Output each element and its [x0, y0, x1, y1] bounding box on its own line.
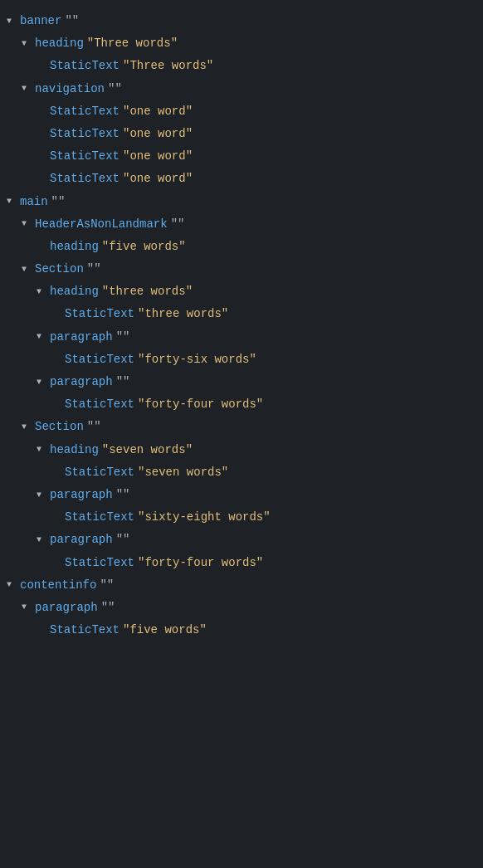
tree-row-section1-para1-static: ▶StaticText "forty-six words": [7, 349, 476, 371]
tree-row-section1-heading[interactable]: heading "three words": [7, 280, 476, 303]
tree-row-section-1[interactable]: Section "": [7, 258, 476, 280]
node-type-label: paragraph: [50, 485, 113, 505]
node-type-label: main: [20, 192, 48, 212]
toggle-arrow: ▶: [51, 397, 65, 412]
toggle-arrow[interactable]: [22, 600, 35, 615]
node-type-label: StaticText: [65, 507, 134, 528]
node-value-label: "": [108, 79, 122, 100]
tree-row-header-heading: ▶heading "five words": [7, 236, 476, 258]
node-value-label: "one word": [123, 168, 193, 189]
toggle-arrow[interactable]: [37, 329, 50, 344]
node-type-label: StaticText: [50, 101, 120, 122]
node-type-label: StaticText: [65, 462, 134, 483]
toggle-arrow[interactable]: [22, 81, 35, 96]
node-type-label: StaticText: [50, 146, 120, 167]
tree-row-contentinfo-para[interactable]: paragraph "": [7, 597, 476, 619]
node-value-label: "": [87, 417, 101, 437]
node-type-label: heading: [50, 281, 99, 302]
node-value-label: "one word": [123, 101, 193, 122]
toggle-arrow[interactable]: [37, 488, 50, 503]
tree-row-banner-heading[interactable]: heading "Three words": [7, 32, 476, 55]
node-type-label: StaticText: [65, 394, 134, 415]
toggle-arrow[interactable]: [37, 285, 50, 300]
node-value-label: "": [100, 575, 114, 596]
tree-row-banner-heading-static: ▶StaticText "Three words": [7, 55, 476, 77]
node-value-label: "three words": [102, 281, 193, 302]
toggle-arrow[interactable]: [22, 37, 35, 51]
node-type-label: paragraph: [35, 597, 98, 618]
accessibility-tree: banner ""heading "Three words"▶StaticTex…: [0, 7, 483, 645]
tree-node-banner-navigation: navigation ""▶StaticText "one word"▶Stat…: [7, 78, 476, 191]
tree-node-nav-static-4: ▶StaticText "one word": [7, 168, 476, 190]
tree-row-section1-heading-static: ▶StaticText "three words": [7, 303, 476, 325]
node-value-label: "": [65, 11, 79, 32]
node-value-label: "forty-four words": [138, 553, 263, 573]
tree-node-section2-heading: heading "seven words"▶StaticText "seven …: [7, 439, 476, 484]
node-type-label: HeaderAsNonLandmark: [35, 214, 168, 235]
toggle-arrow: ▶: [51, 465, 65, 480]
tree-row-section1-para-2[interactable]: paragraph "": [7, 371, 476, 393]
tree-row-nav-static-4: ▶StaticText "one word": [7, 168, 476, 190]
tree-node-nav-static-2: ▶StaticText "one word": [7, 123, 476, 145]
node-value-label: "seven words": [102, 440, 193, 461]
tree-row-section1-para-1[interactable]: paragraph "": [7, 326, 476, 349]
toggle-arrow[interactable]: [37, 533, 50, 548]
node-type-label: paragraph: [50, 372, 113, 393]
node-type-label: StaticText: [50, 620, 120, 641]
tree-row-nav-static-1: ▶StaticText "one word": [7, 100, 476, 123]
node-type-label: contentinfo: [20, 575, 96, 596]
tree-node-section2-para-2: paragraph ""▶StaticText "forty-four word…: [7, 529, 476, 573]
toggle-arrow[interactable]: [37, 375, 50, 390]
toggle-arrow[interactable]: [37, 442, 50, 457]
tree-node-section-2: Section ""heading "seven words"▶StaticTe…: [7, 416, 476, 573]
tree-row-banner[interactable]: banner "": [7, 10, 476, 32]
children-container: ▶heading "five words": [7, 236, 476, 258]
tree-node-section2-para2-static: ▶StaticText "forty-four words": [7, 552, 476, 574]
node-type-label: StaticText: [65, 349, 134, 370]
tree-row-section2-para-1[interactable]: paragraph "": [7, 484, 476, 506]
tree-row-section2-para-2[interactable]: paragraph "": [7, 529, 476, 551]
tree-row-banner-navigation[interactable]: navigation "": [7, 78, 476, 100]
children-container: heading "seven words"▶StaticText "seven …: [7, 439, 476, 574]
toggle-arrow[interactable]: [22, 262, 35, 277]
tree-row-section2-para1-static: ▶StaticText "sixty-eight words": [7, 506, 476, 529]
tree-node-section1-para2-static: ▶StaticText "forty-four words": [7, 393, 476, 416]
tree-row-nav-static-2: ▶StaticText "one word": [7, 123, 476, 145]
node-value-label: "one word": [123, 146, 193, 167]
tree-node-main: main ""HeaderAsNonLandmark ""▶heading "f…: [7, 191, 476, 574]
node-value-label: "five words": [123, 620, 207, 641]
toggle-arrow: ▶: [37, 127, 50, 142]
tree-row-contentinfo[interactable]: contentinfo "": [7, 574, 476, 597]
node-value-label: "": [51, 192, 66, 212]
toggle-arrow[interactable]: [22, 217, 35, 232]
node-type-label: navigation: [35, 79, 105, 100]
tree-row-header-non-landmark[interactable]: HeaderAsNonLandmark "": [7, 213, 476, 236]
tree-row-section2-heading[interactable]: heading "seven words": [7, 439, 476, 461]
tree-node-header-heading: ▶heading "five words": [7, 236, 476, 258]
toggle-arrow: ▶: [37, 172, 50, 187]
tree-node-banner: banner ""heading "Three words"▶StaticTex…: [7, 10, 476, 191]
node-type-label: banner: [20, 11, 61, 32]
toggle-arrow[interactable]: [7, 578, 20, 592]
children-container: ▶StaticText "seven words": [7, 461, 476, 484]
tree-root: banner ""heading "Three words"▶StaticTex…: [7, 10, 476, 641]
toggle-arrow[interactable]: [7, 194, 20, 209]
tree-row-contentinfo-para-static: ▶StaticText "five words": [7, 619, 476, 641]
node-value-label: "one word": [123, 124, 193, 144]
children-container: ▶StaticText "sixty-eight words": [7, 506, 476, 529]
tree-row-section-2[interactable]: Section "": [7, 416, 476, 438]
tree-row-main[interactable]: main "": [7, 191, 476, 213]
tree-node-section2-para-1: paragraph ""▶StaticText "sixty-eight wor…: [7, 484, 476, 529]
toggle-arrow[interactable]: [7, 14, 20, 29]
toggle-arrow: ▶: [51, 352, 65, 367]
node-value-label: "": [87, 259, 101, 280]
toggle-arrow[interactable]: [22, 420, 35, 435]
node-type-label: StaticText: [50, 124, 120, 144]
toggle-arrow: ▶: [51, 510, 65, 525]
children-container: ▶StaticText "Three words": [7, 55, 476, 77]
tree-row-section2-para2-static: ▶StaticText "forty-four words": [7, 552, 476, 574]
children-container: ▶StaticText "forty-four words": [7, 393, 476, 416]
toggle-arrow: ▶: [37, 59, 50, 74]
tree-node-contentinfo-para: paragraph ""▶StaticText "five words": [7, 597, 476, 641]
tree-node-section1-heading-static: ▶StaticText "three words": [7, 303, 476, 325]
